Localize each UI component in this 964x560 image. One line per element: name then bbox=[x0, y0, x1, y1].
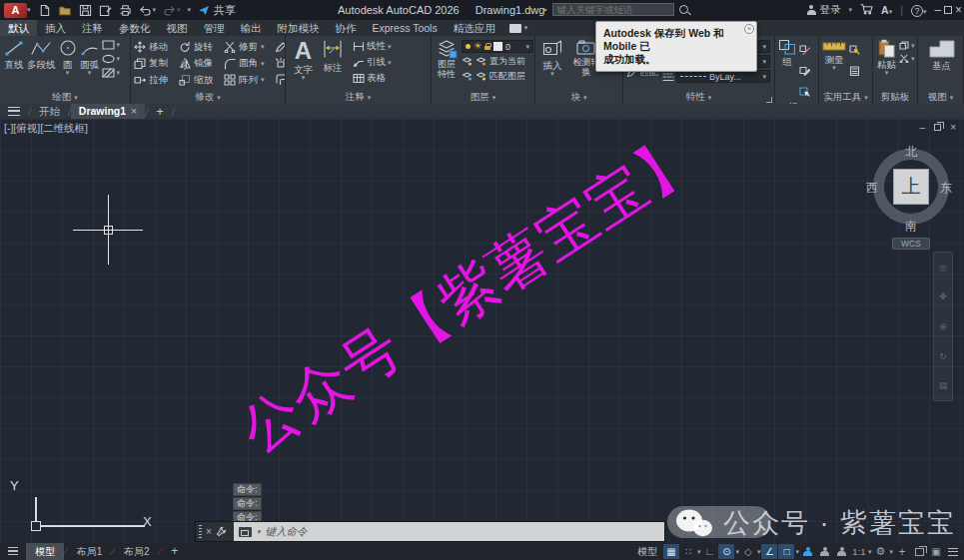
search-input[interactable] bbox=[552, 3, 674, 16]
snap-toggle[interactable]: ∷ bbox=[680, 544, 696, 559]
space-indicator[interactable]: 模型 bbox=[637, 545, 657, 559]
panel-label-modify[interactable]: 修改▾ bbox=[131, 91, 285, 104]
panel-label-view[interactable]: 视图▾ bbox=[918, 91, 963, 104]
polar-tracking-toggle[interactable]: ⊙ bbox=[718, 544, 734, 559]
save-button[interactable] bbox=[79, 4, 92, 17]
drawing-canvas[interactable]: [-][俯视][二维线框] – × 上 北 西 东 南 WCS ◎ ✥ ⊕ ↻ … bbox=[0, 119, 964, 543]
account-caret-icon[interactable]: ▾ bbox=[849, 7, 853, 13]
tab-manage[interactable]: 管理 bbox=[196, 20, 233, 36]
save-as-button[interactable] bbox=[99, 4, 112, 17]
hardware-acceleration-button[interactable]: ▣ bbox=[928, 544, 944, 559]
autodesk-app-button[interactable]: A▾ bbox=[881, 4, 892, 16]
osnap-toggle[interactable]: □ bbox=[778, 544, 794, 559]
leader-button[interactable]: 引线▾ bbox=[353, 56, 392, 69]
recent-commands-icon[interactable] bbox=[239, 527, 252, 537]
viewcube-west[interactable]: 西 bbox=[866, 180, 878, 197]
move-button[interactable]: 移动 bbox=[134, 41, 179, 54]
mirror-button[interactable]: 镜像 bbox=[179, 57, 224, 70]
file-tab-close-icon[interactable]: × bbox=[131, 104, 137, 119]
tooltip-close-icon[interactable]: × bbox=[744, 24, 754, 34]
ellipse-button[interactable]: ▾ bbox=[102, 54, 121, 64]
arc-button[interactable]: 圆弧▾ bbox=[80, 39, 100, 91]
grip-handle[interactable] bbox=[199, 525, 202, 538]
navigation-bar[interactable]: ◎ ✥ ⊕ ↻ ▤ bbox=[933, 252, 953, 401]
circle-button[interactable]: 圆▾ bbox=[58, 39, 78, 91]
polar-caret-icon[interactable]: ▾ bbox=[735, 549, 739, 555]
ribbon-minimize-button[interactable]: ▾ bbox=[509, 20, 528, 36]
text-button[interactable]: A文字▾ bbox=[294, 39, 313, 91]
drawing-minimize-icon[interactable]: – bbox=[920, 122, 926, 133]
properties-expand-icon[interactable] bbox=[766, 97, 772, 103]
layer-select-dropdown[interactable]: ☀0▾ bbox=[462, 40, 533, 53]
tab-featured-apps[interactable]: 精选应用 bbox=[446, 20, 503, 36]
viewport-controls-label[interactable]: [-][俯视][二维线框] bbox=[4, 122, 88, 136]
linear-dim-button[interactable]: 线性▾ bbox=[353, 40, 392, 53]
share-button[interactable]: 共享 bbox=[198, 3, 236, 18]
offset-button[interactable] bbox=[275, 73, 286, 85]
command-line-grip[interactable]: × bbox=[196, 522, 234, 541]
isodraft-caret-icon[interactable]: ▾ bbox=[757, 549, 761, 555]
nav-motion-icon[interactable]: ▤ bbox=[939, 380, 948, 390]
copy-clip-button[interactable]: ▾ bbox=[899, 41, 915, 50]
group-select-button[interactable] bbox=[799, 83, 810, 101]
isodraft-toggle[interactable]: ◇ bbox=[740, 544, 756, 559]
panel-label-annotate[interactable]: 注释▾ bbox=[286, 91, 431, 104]
command-line-palette[interactable]: × ▾ 键入命令 bbox=[196, 522, 664, 541]
annotation-scale-button[interactable] bbox=[834, 544, 850, 559]
sign-in-button[interactable]: 登录 bbox=[807, 3, 841, 17]
annotation-visibility-toggle[interactable] bbox=[800, 544, 816, 559]
dimension-button[interactable]: 标注 bbox=[321, 39, 345, 91]
drawing-close-icon[interactable]: × bbox=[950, 122, 956, 133]
maximize-button[interactable] bbox=[944, 3, 952, 17]
annotation-monitor-button[interactable]: + bbox=[894, 544, 910, 559]
explode-button[interactable] bbox=[275, 57, 286, 69]
minimize-button[interactable]: – bbox=[934, 3, 941, 17]
viewcube-east[interactable]: 东 bbox=[940, 180, 952, 197]
rotate-button[interactable]: 旋转 bbox=[179, 41, 224, 54]
annotation-autoscale-toggle[interactable] bbox=[817, 544, 833, 559]
ortho-toggle[interactable]: ∟ bbox=[701, 544, 717, 559]
new-file-button[interactable] bbox=[38, 4, 51, 17]
app-menu-caret-icon[interactable]: ▾ bbox=[27, 7, 31, 13]
command-caret-icon[interactable]: ▾ bbox=[257, 529, 261, 535]
snap-caret-icon[interactable]: ▾ bbox=[697, 549, 701, 555]
array-button[interactable]: 阵列▾ bbox=[224, 74, 273, 87]
tab-parametric[interactable]: 参数化 bbox=[111, 20, 159, 36]
open-file-button[interactable] bbox=[58, 4, 72, 17]
nav-orbit-icon[interactable]: ↻ bbox=[939, 351, 947, 361]
tab-addins[interactable]: 附加模块 bbox=[270, 20, 328, 36]
file-tab-menu-icon[interactable] bbox=[0, 106, 28, 118]
line-button[interactable]: 直线 bbox=[3, 39, 25, 91]
new-drawing-tab-button[interactable]: + bbox=[148, 104, 172, 119]
nav-wheel-icon[interactable]: ◎ bbox=[939, 263, 947, 273]
annotation-scale-value[interactable]: 1:1 bbox=[851, 544, 867, 559]
osnap-tracking-toggle[interactable]: ∠ bbox=[761, 544, 777, 559]
measure-button[interactable]: 测量▾ bbox=[822, 39, 846, 91]
fillet-button[interactable]: 圆角▾ bbox=[224, 57, 273, 70]
set-current-layer-button[interactable]: 置为当前 bbox=[462, 55, 533, 68]
rectangle-button[interactable]: ▾ bbox=[102, 40, 121, 50]
wcs-dropdown[interactable]: WCS bbox=[892, 238, 930, 250]
tab-insert[interactable]: 插入 bbox=[37, 20, 74, 36]
grid-toggle[interactable]: ▦ bbox=[663, 544, 679, 559]
search-icon[interactable] bbox=[679, 5, 688, 14]
help-button[interactable]: ?▾ bbox=[911, 4, 927, 17]
paste-button[interactable]: 粘贴▾ bbox=[877, 39, 896, 91]
quick-calculator-button[interactable] bbox=[849, 62, 860, 80]
tab-default[interactable]: 默认 bbox=[0, 20, 37, 36]
scale-button[interactable]: 缩放 bbox=[179, 74, 224, 87]
nav-zoom-icon[interactable]: ⊕ bbox=[939, 321, 947, 331]
plot-button[interactable] bbox=[119, 4, 132, 17]
viewcube-north[interactable]: 北 bbox=[905, 144, 917, 161]
tab-output[interactable]: 输出 bbox=[233, 20, 270, 36]
qat-customize-caret-icon[interactable]: ▾ bbox=[188, 7, 192, 13]
layout2-tab[interactable]: 布局2 bbox=[115, 543, 159, 560]
layout1-tab[interactable]: 布局1 bbox=[68, 543, 112, 560]
stretch-button[interactable]: 拉伸 bbox=[134, 74, 179, 87]
tab-annotate[interactable]: 注释 bbox=[74, 20, 111, 36]
erase-button[interactable] bbox=[275, 41, 286, 53]
tab-collaborate[interactable]: 协作 bbox=[328, 20, 365, 36]
layer-properties-button[interactable]: 图层特性 bbox=[435, 39, 459, 91]
command-input[interactable]: ▾ 键入命令 bbox=[234, 522, 664, 541]
tab-view[interactable]: 视图 bbox=[159, 20, 196, 36]
